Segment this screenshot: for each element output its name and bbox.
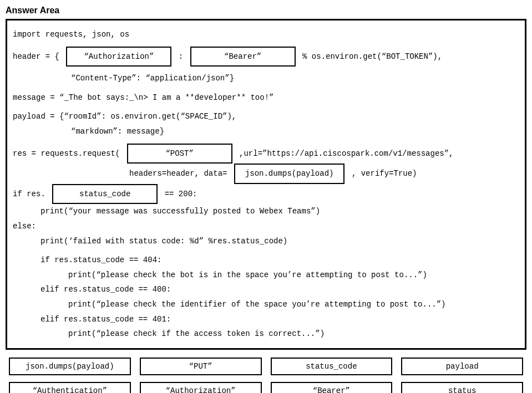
- code-line: print(‘failed with status code: %d” %res…: [13, 234, 519, 249]
- code-line: elif res.status_code == 400:: [13, 282, 519, 297]
- option-tile[interactable]: “PUT”: [140, 358, 262, 375]
- code-line: “Content-Type”: “application/json”}: [13, 71, 519, 86]
- code-line: “markdown”: message}: [13, 124, 519, 139]
- code-line: else:: [13, 219, 519, 234]
- option-tile[interactable]: payload: [401, 358, 523, 375]
- option-tile[interactable]: “Bearer”: [271, 382, 393, 393]
- code-line: res = requests.request( “POST” ,url=”htt…: [13, 144, 519, 164]
- drop-zone-5[interactable]: status_code: [52, 184, 158, 205]
- code-area: import requests, json, os header = { “Au…: [6, 19, 526, 350]
- code-text: , verify=True): [352, 169, 417, 178]
- code-text: :: [179, 52, 183, 61]
- drop-zone-1[interactable]: “Authorization”: [66, 47, 171, 67]
- code-line: if res. status_code == 200:: [13, 184, 519, 205]
- code-line: print(“please check if the access token …: [13, 326, 519, 341]
- code-text: headers=header, data=: [129, 169, 227, 178]
- code-text: % os.environ.get(“BOT_TOKEN”),: [302, 52, 442, 61]
- code-line: import requests, json, os: [13, 27, 519, 42]
- option-tile[interactable]: status: [401, 382, 523, 393]
- answer-area-title: Answer Area: [6, 6, 526, 16]
- code-line: print(“please check the bot is in the sp…: [13, 268, 519, 283]
- code-line: header = { “Authorization” : “Bearer” % …: [13, 47, 519, 67]
- code-text: res = requests.request(: [13, 149, 120, 158]
- code-line: print(“your message was successfully pos…: [13, 204, 519, 219]
- option-tile[interactable]: “Authentication”: [9, 382, 131, 393]
- code-line: payload = {“roomId”: os.environ.get(“SPA…: [13, 109, 519, 124]
- code-text: header = {: [13, 52, 59, 61]
- drop-zone-4[interactable]: json.dumps(payload): [234, 164, 345, 184]
- code-line: print(“please check the identifier of th…: [13, 297, 519, 312]
- options-grid: json.dumps(payload) “PUT” status_code pa…: [6, 358, 526, 393]
- code-line: message = “_The bot says:_\n> I am a **d…: [13, 90, 519, 105]
- code-text: == 200:: [165, 190, 197, 198]
- drop-zone-3[interactable]: “POST”: [127, 144, 232, 164]
- drop-zone-2[interactable]: “Bearer”: [190, 47, 296, 67]
- option-tile[interactable]: “Authorization”: [140, 382, 262, 393]
- code-line: elif res.status_code == 401:: [13, 312, 519, 327]
- code-line: if res.status_code == 404:: [13, 253, 519, 268]
- code-text: ,url=”https://api.ciscospark.com/v1/mess…: [239, 149, 453, 158]
- option-tile[interactable]: status_code: [271, 358, 393, 375]
- code-text: if res.: [13, 190, 45, 198]
- code-line: headers=header, data= json.dumps(payload…: [13, 164, 519, 184]
- option-tile[interactable]: json.dumps(payload): [9, 358, 131, 375]
